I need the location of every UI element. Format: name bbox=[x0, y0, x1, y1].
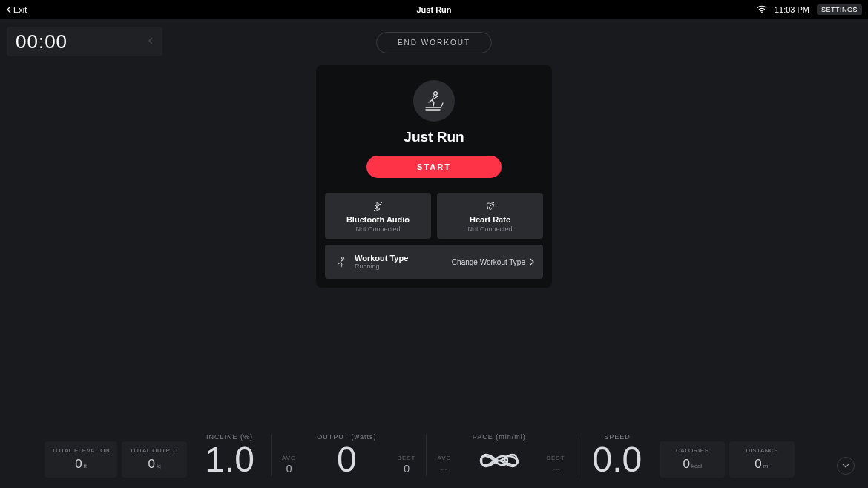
treadmill-icon bbox=[413, 80, 455, 122]
end-workout-button[interactable]: END WORKOUT bbox=[376, 32, 492, 53]
workout-type-tile[interactable]: Workout Type Running Change Workout Type bbox=[325, 245, 543, 279]
incline-column: INCLINE (%) 1.0 bbox=[191, 433, 268, 478]
workout-title: Just Run bbox=[404, 129, 464, 145]
total-elevation-box[interactable]: TOTAL ELEVATION 0ft bbox=[45, 441, 117, 478]
bluetooth-audio-tile[interactable]: Bluetooth Audio Not Connected bbox=[325, 193, 431, 239]
start-button[interactable]: START bbox=[366, 156, 502, 178]
workout-type-value: Running bbox=[355, 263, 408, 270]
divider bbox=[576, 435, 576, 476]
output-value: 0 bbox=[337, 442, 357, 478]
pace-best-col: BEST -- bbox=[539, 455, 573, 478]
output-best-col: BEST 0 bbox=[390, 455, 424, 478]
page-title: Just Run bbox=[416, 5, 451, 14]
total-output-box[interactable]: TOTAL OUTPUT 0kj bbox=[122, 441, 187, 478]
top-bar: Exit Just Run 11:03 PM SETTINGS bbox=[0, 0, 868, 19]
infinity-icon bbox=[473, 449, 525, 472]
heartrate-status: Not Connected bbox=[467, 225, 512, 233]
svg-point-4 bbox=[342, 257, 344, 260]
elapsed-time: 00:00 bbox=[16, 30, 68, 53]
speed-column: SPEED 0.0 bbox=[579, 433, 656, 478]
output-column: OUTPUT (watts) 0 bbox=[303, 433, 389, 478]
chevron-right-icon bbox=[530, 258, 534, 266]
workout-type-label: Workout Type bbox=[355, 254, 408, 263]
distance-box[interactable]: DISTANCE 0mi bbox=[729, 441, 795, 478]
metrics-bar: TOTAL ELEVATION 0ft TOTAL OUTPUT 0kj INC… bbox=[0, 433, 868, 478]
timer-box[interactable]: 00:00 bbox=[7, 27, 162, 56]
wifi-icon bbox=[757, 5, 767, 13]
chevron-left-icon bbox=[148, 35, 154, 48]
clock-time: 11:03 PM bbox=[775, 5, 809, 14]
exit-label: Exit bbox=[13, 5, 27, 14]
heart-rate-tile[interactable]: Heart Rate Not Connected bbox=[437, 193, 543, 239]
pace-value bbox=[473, 442, 525, 478]
svg-point-1 bbox=[434, 92, 438, 96]
calories-box[interactable]: CALORIES 0kcal bbox=[660, 441, 725, 478]
expand-down-button[interactable] bbox=[837, 457, 855, 475]
speed-value: 0.0 bbox=[593, 442, 642, 478]
incline-value: 1.0 bbox=[205, 442, 254, 478]
exit-button[interactable]: Exit bbox=[6, 5, 27, 14]
pace-avg-col: AVG -- bbox=[430, 455, 458, 478]
svg-point-0 bbox=[761, 12, 763, 13]
chevron-down-icon bbox=[842, 464, 849, 468]
workout-card: Just Run START Bluetooth Audio Not Conne… bbox=[316, 65, 552, 288]
bluetooth-off-icon bbox=[372, 200, 384, 212]
bluetooth-label: Bluetooth Audio bbox=[346, 215, 410, 224]
topbar-right: 11:03 PM SETTINGS bbox=[757, 4, 862, 15]
chevron-left-icon bbox=[6, 6, 12, 13]
heart-off-icon bbox=[484, 200, 496, 212]
divider bbox=[271, 435, 272, 476]
divider bbox=[426, 435, 427, 476]
pace-column: PACE (min/mi) bbox=[459, 433, 539, 478]
svg-line-2 bbox=[374, 202, 383, 211]
heartrate-label: Heart Rate bbox=[470, 215, 510, 224]
output-avg-col: AVG 0 bbox=[274, 455, 303, 478]
change-workout-type-action[interactable]: Change Workout Type bbox=[452, 258, 534, 266]
bluetooth-status: Not Connected bbox=[355, 225, 400, 233]
runner-icon bbox=[334, 256, 347, 268]
settings-button[interactable]: SETTINGS bbox=[817, 4, 862, 15]
